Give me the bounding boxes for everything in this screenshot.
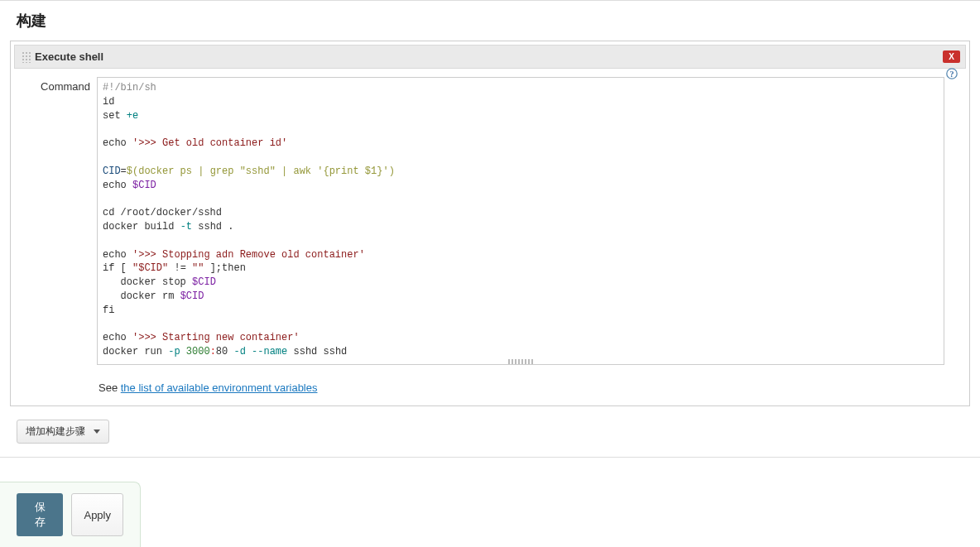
footer-bar: 保存 Apply: [0, 482, 141, 547]
execute-shell-header: Execute shell X: [14, 45, 966, 69]
command-textarea[interactable]: #!/bin/shidset +e echo '>>> Get old cont…: [97, 77, 944, 365]
step-body: Command #!/bin/shidset +e echo '>>> Get …: [11, 69, 969, 378]
save-button[interactable]: 保存: [17, 493, 63, 536]
apply-button[interactable]: Apply: [71, 493, 123, 536]
build-panel: Execute shell X ? Command #!/bin/shidset…: [10, 41, 970, 406]
delete-step-button[interactable]: X: [943, 50, 960, 63]
command-label: Command: [17, 77, 97, 93]
hint-prefix: See: [98, 381, 121, 394]
resize-handle[interactable]: [508, 359, 533, 364]
drag-handle-icon[interactable]: [22, 51, 31, 63]
svg-text:?: ?: [950, 70, 954, 79]
step-title: Execute shell: [35, 50, 103, 63]
help-icon[interactable]: ?: [946, 68, 958, 79]
add-build-step-label: 增加构建步骤: [26, 425, 85, 439]
env-vars-link[interactable]: the list of available environment variab…: [121, 381, 318, 394]
build-section-title: 构建: [0, 1, 980, 41]
env-vars-hint: See the list of available environment va…: [11, 378, 969, 405]
section-divider: [0, 457, 980, 458]
add-build-step-button[interactable]: 增加构建步骤: [17, 420, 109, 444]
caret-icon: [94, 429, 100, 434]
post-build-section-title: 构建后操作: [0, 471, 980, 511]
page: 构建 Execute shell X ? Command #!/bin/shid…: [0, 0, 980, 547]
